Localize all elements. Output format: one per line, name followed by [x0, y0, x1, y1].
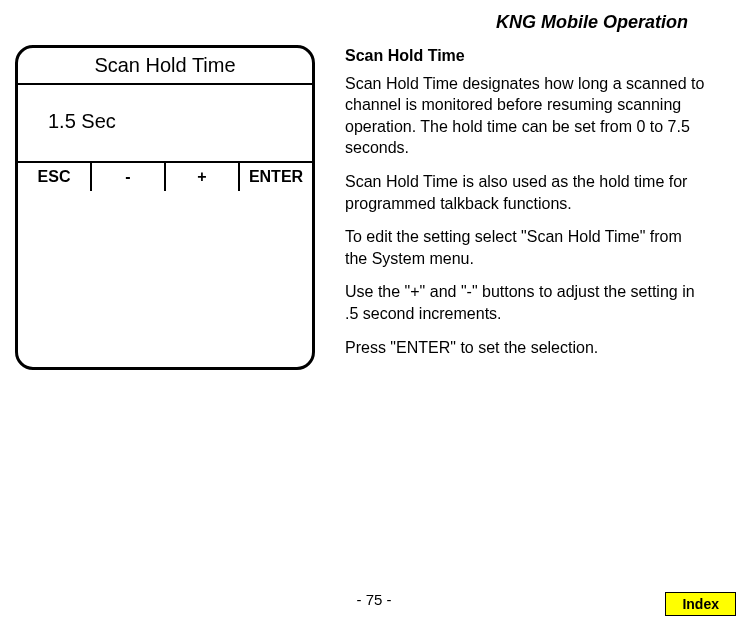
text-heading: Scan Hold Time [345, 45, 705, 67]
enter-button[interactable]: ENTER [240, 163, 312, 191]
text-para-2: Scan Hold Time is also used as the hold … [345, 171, 705, 214]
page-number: - 75 - [356, 591, 391, 608]
page-header-title: KNG Mobile Operation [496, 12, 688, 33]
device-panel: Scan Hold Time 1.5 Sec ESC - + ENTER [15, 45, 315, 370]
minus-button[interactable]: - [92, 163, 166, 191]
device-title: Scan Hold Time [18, 48, 312, 85]
text-column: Scan Hold Time Scan Hold Time designates… [345, 45, 705, 370]
text-para-4: Use the "+" and "-" buttons to adjust th… [345, 281, 705, 324]
plus-button[interactable]: + [166, 163, 240, 191]
esc-button[interactable]: ESC [18, 163, 92, 191]
device-value: 1.5 Sec [18, 85, 312, 161]
device-button-row: ESC - + ENTER [18, 161, 312, 191]
text-para-3: To edit the setting select "Scan Hold Ti… [345, 226, 705, 269]
content-row: Scan Hold Time 1.5 Sec ESC - + ENTER Sca… [15, 45, 705, 370]
index-button[interactable]: Index [665, 592, 736, 616]
text-para-1: Scan Hold Time designates how long a sca… [345, 73, 705, 159]
text-para-5: Press "ENTER" to set the selection. [345, 337, 705, 359]
